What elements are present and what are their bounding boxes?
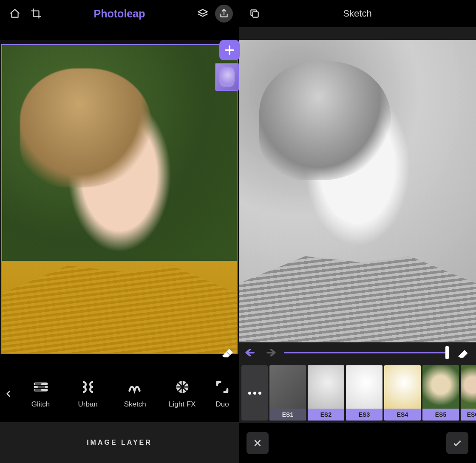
right-topbar: Sketch [239,0,476,27]
presets-more-button[interactable] [241,365,268,421]
canvas-left[interactable] [0,40,239,354]
preset-thumb [461,365,476,409]
photo-frame [1,44,238,354]
effect-glitch[interactable]: Glitch [17,379,64,409]
urban-icon [80,379,96,395]
home-icon[interactable] [6,5,24,23]
more-icon [248,392,261,395]
lightfx-icon [174,379,190,395]
preset-thumb [269,365,306,409]
left-pane: Photoleap Glitch [0,0,239,463]
effect-label: Urban [78,400,97,409]
layer-thumbnail[interactable] [215,63,239,91]
app-title: Photoleap [48,8,190,20]
copy-icon[interactable] [246,5,264,23]
effects-row: Glitch Urban Sketch Light FX Duo [0,354,239,422]
effect-label: Glitch [31,400,50,409]
preset-thumb [308,365,344,409]
preset-thumb [384,365,421,409]
confirm-button[interactable] [446,432,468,454]
preset-label: ES4 [384,409,421,421]
effect-duo[interactable]: Duo [206,379,239,409]
preset-thumb [422,365,459,409]
effect-sketch[interactable]: Sketch [111,379,159,409]
eraser-icon[interactable] [456,345,471,360]
effect-label: Duo [216,400,229,409]
preset-es6[interactable]: ES6 [461,365,476,421]
slider-track [284,352,449,353]
preset-es5[interactable]: ES5 [422,365,459,421]
effect-label: Light FX [169,400,196,409]
presets-row: ES1 ES2 ES3 ES4 ES5 ES6 [239,363,476,423]
spacer [239,27,476,40]
preset-label: ES5 [422,409,459,421]
crop-icon[interactable] [27,5,45,23]
add-layer-button[interactable] [219,40,240,60]
right-pane: Sketch ES1 ES2 [239,0,476,463]
cancel-button[interactable] [246,432,269,454]
redo-icon[interactable] [263,345,277,360]
effect-lightfx[interactable]: Light FX [159,379,206,409]
canvas-right[interactable] [239,40,476,342]
spacer [0,27,239,40]
preset-label: ES6 [461,409,476,421]
preset-label: ES1 [269,409,306,421]
preset-es3[interactable]: ES3 [346,365,382,421]
glitch-icon [33,379,49,395]
slider-thumb[interactable] [445,346,449,359]
layer-bar-label: IMAGE LAYER [87,439,152,446]
eraser-icon[interactable] [219,343,236,360]
effects-back-button[interactable] [0,390,17,398]
preset-label: ES2 [308,409,344,421]
screen-title: Sketch [264,8,451,19]
share-icon[interactable] [215,5,233,23]
undo-icon[interactable] [244,345,258,360]
duo-icon [214,379,230,395]
preset-es2[interactable]: ES2 [308,365,344,421]
intensity-slider[interactable] [284,347,449,358]
left-topbar: Photoleap [0,0,239,27]
preset-thumb [346,365,382,409]
preset-label: ES3 [346,409,382,421]
preset-es1[interactable]: ES1 [269,365,306,421]
svg-rect-1 [253,12,258,17]
effect-urban[interactable]: Urban [64,379,111,409]
controls-row [239,342,476,363]
confirm-row [239,423,476,463]
effect-label: Sketch [124,400,146,409]
layers-icon[interactable] [194,5,212,23]
layer-bar[interactable]: IMAGE LAYER [0,422,239,463]
sketch-icon [127,379,143,395]
preset-es4[interactable]: ES4 [384,365,421,421]
